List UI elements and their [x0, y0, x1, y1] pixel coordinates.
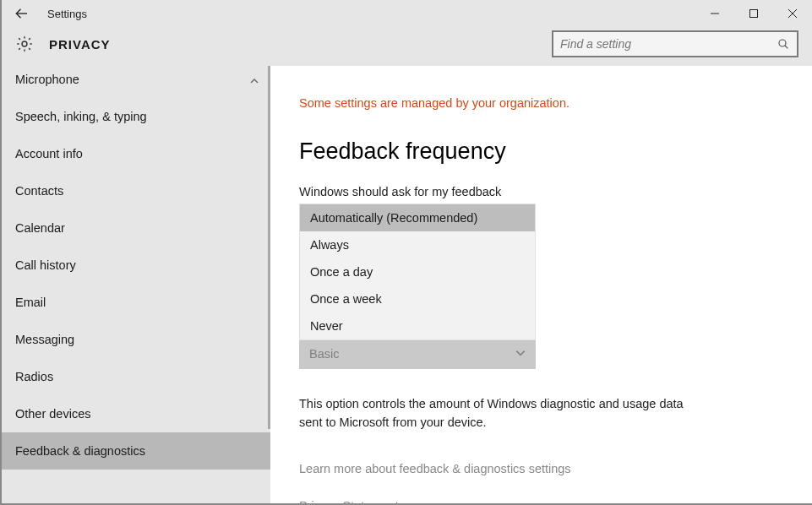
dropdown-option-once-a-week[interactable]: Once a week	[300, 285, 535, 312]
chevron-down-icon	[515, 347, 526, 361]
minimize-icon	[711, 9, 719, 18]
close-icon	[788, 9, 797, 18]
dropdown-option-once-a-day[interactable]: Once a day	[300, 258, 535, 285]
learn-more-link[interactable]: Learn more about feedback & diagnostics …	[299, 462, 571, 475]
sidebar-item-label: Email	[15, 296, 46, 309]
sidebar-item-speech[interactable]: Speech, inking, & typing	[2, 98, 270, 135]
org-managed-message: Some settings are managed by your organi…	[299, 96, 783, 110]
gear-icon	[15, 35, 34, 53]
sidebar-item-label: Radios	[15, 370, 53, 383]
back-button[interactable]	[12, 3, 32, 24]
sidebar-item-label: Account info	[15, 147, 83, 160]
search-box[interactable]	[552, 30, 798, 57]
svg-point-5	[22, 41, 27, 46]
sidebar-item-other-devices[interactable]: Other devices	[2, 395, 270, 432]
sidebar-item-call-history[interactable]: Call history	[2, 247, 270, 284]
sidebar-item-label: Speech, inking, & typing	[15, 110, 147, 123]
sidebar-item-radios[interactable]: Radios	[2, 358, 270, 395]
search-input[interactable]	[560, 37, 777, 51]
diagnostic-data-value: Basic	[309, 347, 339, 361]
diagnostic-description: This option controls the amount of Windo…	[299, 394, 688, 432]
window-title: Settings	[47, 8, 87, 20]
sidebar-item-label: Feedback & diagnostics	[15, 444, 145, 458]
sidebar-item-label: Messaging	[15, 333, 74, 346]
search-icon	[777, 37, 790, 51]
svg-point-6	[779, 40, 786, 46]
sidebar-item-feedback-diagnostics[interactable]: Feedback & diagnostics	[2, 432, 270, 470]
maximize-icon	[749, 9, 758, 18]
feedback-frequency-label: Windows should ask for my feedback	[299, 185, 783, 198]
minimize-button[interactable]	[695, 0, 734, 27]
dropdown-option-never[interactable]: Never	[300, 312, 535, 339]
chevron-up-icon	[250, 74, 259, 88]
sidebar-item-microphone[interactable]: Microphone	[2, 68, 270, 98]
dropdown-option-always[interactable]: Always	[300, 231, 535, 258]
page-header: PRIVACY	[2, 27, 812, 66]
sidebar: Microphone Speech, inking, & typing Acco…	[2, 66, 270, 505]
sidebar-item-label: Microphone	[15, 73, 79, 86]
sidebar-item-messaging[interactable]: Messaging	[2, 321, 270, 358]
diagnostic-data-select[interactable]: Basic	[299, 339, 536, 369]
svg-rect-2	[750, 10, 758, 18]
dropdown-option-automatic[interactable]: Automatically (Recommended)	[300, 204, 535, 231]
arrow-left-icon	[14, 6, 30, 21]
section-heading: Feedback frequency	[299, 138, 783, 165]
svg-line-7	[785, 46, 787, 48]
sidebar-item-label: Contacts	[15, 184, 63, 198]
close-button[interactable]	[773, 0, 812, 27]
maximize-button[interactable]	[734, 0, 773, 27]
sidebar-item-label: Call history	[15, 258, 76, 272]
page-title: PRIVACY	[49, 37, 111, 52]
sidebar-item-contacts[interactable]: Contacts	[2, 172, 270, 209]
sidebar-item-label: Other devices	[15, 407, 90, 421]
privacy-statement-link[interactable]: Privacy Statement	[299, 499, 399, 505]
main-panel: Some settings are managed by your organi…	[270, 66, 812, 505]
feedback-frequency-dropdown[interactable]: Automatically (Recommended) Always Once …	[299, 204, 536, 340]
title-bar: Settings	[2, 0, 812, 27]
sidebar-item-label: Calendar	[15, 221, 65, 235]
sidebar-item-email[interactable]: Email	[2, 284, 270, 321]
sidebar-item-account-info[interactable]: Account info	[2, 135, 270, 172]
sidebar-item-calendar[interactable]: Calendar	[2, 209, 270, 247]
